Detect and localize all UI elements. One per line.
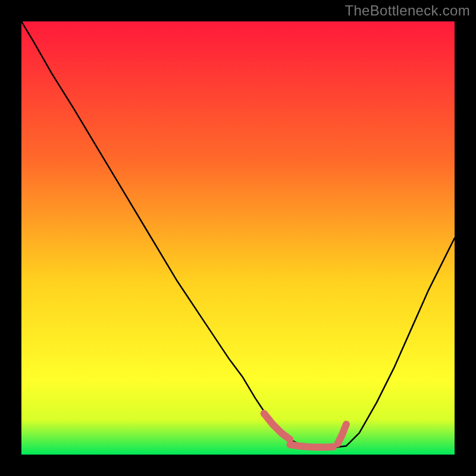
chart-svg: [21, 21, 455, 455]
watermark-text: TheBottleneck.com: [345, 2, 470, 19]
gradient-background: [21, 21, 455, 455]
plot-area: [21, 21, 455, 455]
pink-segment-bottom: [290, 444, 333, 447]
chart-frame: TheBottleneck.com: [0, 0, 476, 476]
